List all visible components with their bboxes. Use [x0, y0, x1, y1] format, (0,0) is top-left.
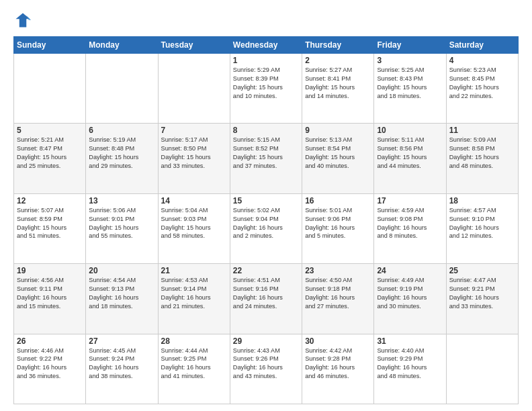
- calendar-table: SundayMondayTuesdayWednesdayThursdayFrid…: [13, 36, 519, 404]
- calendar-day-header: Sunday: [14, 37, 86, 54]
- calendar-day-header: Wednesday: [230, 37, 302, 54]
- day-info: Sunrise: 5:21 AM Sunset: 8:47 PM Dayligh…: [17, 136, 83, 171]
- day-info: Sunrise: 5:29 AM Sunset: 8:39 PM Dayligh…: [233, 66, 299, 101]
- calendar-day-cell: 26Sunrise: 4:46 AM Sunset: 9:22 PM Dayli…: [14, 334, 86, 404]
- day-info: Sunrise: 4:44 AM Sunset: 9:25 PM Dayligh…: [161, 347, 227, 381]
- day-info: Sunrise: 5:13 AM Sunset: 8:54 PM Dayligh…: [305, 136, 371, 171]
- day-info: Sunrise: 5:02 AM Sunset: 9:04 PM Dayligh…: [233, 206, 299, 241]
- calendar-day-cell: 7Sunrise: 5:17 AM Sunset: 8:50 PM Daylig…: [158, 124, 230, 193]
- calendar-day-cell: [86, 54, 158, 124]
- day-number: 3: [377, 56, 443, 65]
- day-number: 4: [449, 56, 515, 65]
- calendar-day-cell: 5Sunrise: 5:21 AM Sunset: 8:47 PM Daylig…: [14, 124, 86, 193]
- day-number: 8: [233, 126, 299, 135]
- day-number: 2: [305, 56, 371, 65]
- calendar-day-cell: 27Sunrise: 4:45 AM Sunset: 9:24 PM Dayli…: [86, 334, 158, 404]
- calendar-day-cell: 20Sunrise: 4:54 AM Sunset: 9:13 PM Dayli…: [86, 264, 158, 334]
- calendar-day-cell: 3Sunrise: 5:25 AM Sunset: 8:43 PM Daylig…: [374, 54, 446, 124]
- calendar-day-cell: 22Sunrise: 4:51 AM Sunset: 9:16 PM Dayli…: [230, 264, 302, 334]
- calendar-day-cell: 23Sunrise: 4:50 AM Sunset: 9:18 PM Dayli…: [302, 264, 374, 334]
- day-info: Sunrise: 5:07 AM Sunset: 8:59 PM Dayligh…: [17, 206, 83, 241]
- day-info: Sunrise: 5:17 AM Sunset: 8:50 PM Dayligh…: [161, 136, 227, 171]
- calendar-day-cell: 30Sunrise: 4:42 AM Sunset: 9:28 PM Dayli…: [302, 334, 374, 404]
- calendar-day-header: Thursday: [302, 37, 374, 54]
- day-number: 22: [233, 266, 299, 275]
- calendar-day-cell: [158, 54, 230, 124]
- day-number: 27: [89, 336, 154, 346]
- calendar-day-header: Saturday: [446, 37, 518, 54]
- day-number: 30: [305, 336, 371, 346]
- calendar-day-cell: 18Sunrise: 4:57 AM Sunset: 9:10 PM Dayli…: [446, 193, 518, 263]
- day-info: Sunrise: 5:06 AM Sunset: 9:01 PM Dayligh…: [89, 206, 154, 241]
- calendar-header-row: SundayMondayTuesdayWednesdayThursdayFrid…: [14, 37, 519, 54]
- day-info: Sunrise: 5:09 AM Sunset: 8:58 PM Dayligh…: [449, 136, 515, 171]
- calendar-day-cell: 17Sunrise: 4:59 AM Sunset: 9:08 PM Dayli…: [374, 193, 446, 263]
- day-number: 12: [17, 196, 83, 205]
- day-info: Sunrise: 5:11 AM Sunset: 8:56 PM Dayligh…: [377, 136, 443, 171]
- day-number: 16: [305, 196, 371, 205]
- calendar-day-cell: 16Sunrise: 5:01 AM Sunset: 9:06 PM Dayli…: [302, 193, 374, 263]
- day-number: 9: [305, 126, 371, 135]
- calendar-day-cell: 19Sunrise: 4:56 AM Sunset: 9:11 PM Dayli…: [14, 264, 86, 334]
- day-info: Sunrise: 5:15 AM Sunset: 8:52 PM Dayligh…: [233, 136, 299, 171]
- svg-marker-0: [16, 13, 30, 28]
- day-number: 7: [161, 126, 227, 135]
- day-number: 23: [305, 266, 371, 275]
- day-number: 19: [17, 266, 83, 275]
- day-number: 13: [89, 196, 154, 205]
- day-number: 29: [233, 336, 299, 346]
- day-info: Sunrise: 4:47 AM Sunset: 9:21 PM Dayligh…: [449, 276, 515, 311]
- calendar-day-cell: 21Sunrise: 4:53 AM Sunset: 9:14 PM Dayli…: [158, 264, 230, 334]
- day-info: Sunrise: 4:42 AM Sunset: 9:28 PM Dayligh…: [305, 347, 371, 381]
- calendar-day-cell: [14, 54, 86, 124]
- calendar-week-row: 12Sunrise: 5:07 AM Sunset: 8:59 PM Dayli…: [14, 193, 519, 263]
- calendar-day-cell: 4Sunrise: 5:23 AM Sunset: 8:45 PM Daylig…: [446, 54, 518, 124]
- calendar-day-cell: 28Sunrise: 4:44 AM Sunset: 9:25 PM Dayli…: [158, 334, 230, 404]
- calendar-week-row: 1Sunrise: 5:29 AM Sunset: 8:39 PM Daylig…: [14, 54, 519, 124]
- day-number: 24: [377, 266, 443, 275]
- logo: [13, 11, 35, 30]
- day-info: Sunrise: 5:23 AM Sunset: 8:45 PM Dayligh…: [449, 66, 515, 101]
- calendar-day-cell: [446, 334, 518, 404]
- day-number: 11: [449, 126, 515, 135]
- day-info: Sunrise: 5:25 AM Sunset: 8:43 PM Dayligh…: [377, 66, 443, 101]
- logo-icon: [13, 11, 32, 30]
- calendar-day-cell: 24Sunrise: 4:49 AM Sunset: 9:19 PM Dayli…: [374, 264, 446, 334]
- day-info: Sunrise: 4:56 AM Sunset: 9:11 PM Dayligh…: [17, 276, 83, 311]
- day-info: Sunrise: 4:45 AM Sunset: 9:24 PM Dayligh…: [89, 347, 154, 381]
- day-info: Sunrise: 4:50 AM Sunset: 9:18 PM Dayligh…: [305, 276, 371, 311]
- calendar-day-cell: 29Sunrise: 4:43 AM Sunset: 9:26 PM Dayli…: [230, 334, 302, 404]
- calendar-day-cell: 31Sunrise: 4:40 AM Sunset: 9:29 PM Dayli…: [374, 334, 446, 404]
- calendar-day-cell: 10Sunrise: 5:11 AM Sunset: 8:56 PM Dayli…: [374, 124, 446, 193]
- calendar-day-cell: 12Sunrise: 5:07 AM Sunset: 8:59 PM Dayli…: [14, 193, 86, 263]
- calendar-week-row: 5Sunrise: 5:21 AM Sunset: 8:47 PM Daylig…: [14, 124, 519, 193]
- day-number: 28: [161, 336, 227, 346]
- day-number: 1: [233, 56, 299, 65]
- day-info: Sunrise: 5:04 AM Sunset: 9:03 PM Dayligh…: [161, 206, 227, 241]
- day-number: 6: [89, 126, 154, 135]
- header: [13, 11, 519, 30]
- day-number: 10: [377, 126, 443, 135]
- day-number: 15: [233, 196, 299, 205]
- day-info: Sunrise: 4:54 AM Sunset: 9:13 PM Dayligh…: [89, 276, 154, 311]
- day-info: Sunrise: 4:57 AM Sunset: 9:10 PM Dayligh…: [449, 206, 515, 241]
- day-number: 20: [89, 266, 154, 275]
- day-info: Sunrise: 5:01 AM Sunset: 9:06 PM Dayligh…: [305, 206, 371, 241]
- day-info: Sunrise: 4:40 AM Sunset: 9:29 PM Dayligh…: [377, 347, 443, 381]
- calendar-day-cell: 25Sunrise: 4:47 AM Sunset: 9:21 PM Dayli…: [446, 264, 518, 334]
- day-info: Sunrise: 5:27 AM Sunset: 8:41 PM Dayligh…: [305, 66, 371, 101]
- day-number: 18: [449, 196, 515, 205]
- calendar-day-header: Friday: [374, 37, 446, 54]
- calendar-day-cell: 2Sunrise: 5:27 AM Sunset: 8:41 PM Daylig…: [302, 54, 374, 124]
- calendar-day-cell: 8Sunrise: 5:15 AM Sunset: 8:52 PM Daylig…: [230, 124, 302, 193]
- day-number: 5: [17, 126, 83, 135]
- calendar-week-row: 26Sunrise: 4:46 AM Sunset: 9:22 PM Dayli…: [14, 334, 519, 404]
- calendar-day-cell: 15Sunrise: 5:02 AM Sunset: 9:04 PM Dayli…: [230, 193, 302, 263]
- calendar-day-cell: 14Sunrise: 5:04 AM Sunset: 9:03 PM Dayli…: [158, 193, 230, 263]
- day-number: 26: [17, 336, 83, 346]
- calendar-day-header: Monday: [86, 37, 158, 54]
- day-number: 14: [161, 196, 227, 205]
- day-number: 25: [449, 266, 515, 275]
- page: SundayMondayTuesdayWednesdayThursdayFrid…: [0, 0, 532, 411]
- day-info: Sunrise: 4:51 AM Sunset: 9:16 PM Dayligh…: [233, 276, 299, 311]
